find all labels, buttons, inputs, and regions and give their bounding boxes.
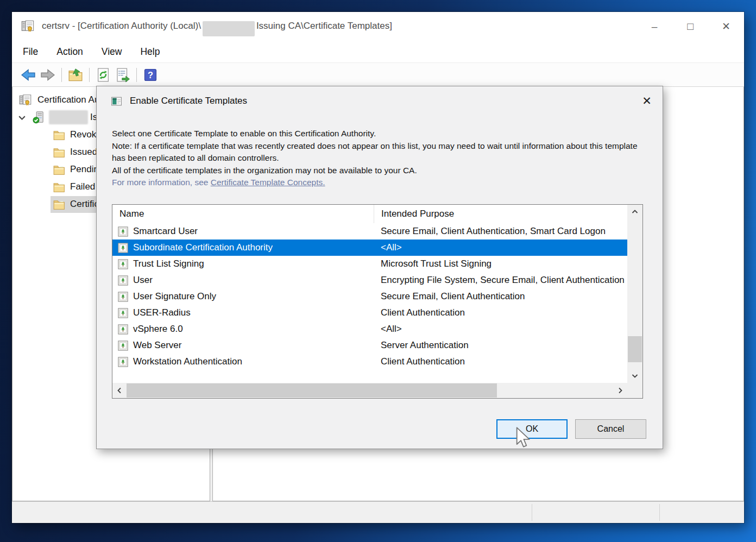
menu-view[interactable]: View [102,46,122,58]
list-item-user-signature-only[interactable]: User Signature Only Secure Email, Client… [112,288,627,305]
chevron-right-icon [616,387,624,394]
template-purpose: Encrypting File System, Secure Email, Cl… [374,275,627,286]
enable-certificate-templates-dialog: Enable Certificate Templates ✕ Select on… [96,86,663,449]
redacted-ca-name [49,110,88,124]
template-name: vSphere 6.0 [133,324,183,335]
certificate-template-icon [118,226,128,237]
scroll-left-button[interactable] [112,383,127,398]
certificate-template-icon [118,357,128,367]
column-header-intended-purpose[interactable]: Intended Purpose [374,205,627,223]
chevron-down-icon[interactable] [17,112,27,123]
chevron-up-icon [631,208,639,216]
certificate-template-concepts-link[interactable]: Certificate Template Concepts. [211,178,325,187]
folder-icon [52,198,66,211]
back-button[interactable] [18,65,38,85]
toolbar-separator [61,68,62,82]
list-item-smartcard-user[interactable]: Smartcard User Secure Email, Client Auth… [112,223,627,240]
redacted-ca-name [203,21,255,36]
scroll-down-button[interactable] [627,369,642,383]
close-icon: ✕ [722,20,730,33]
list-header: Name Intended Purpose [112,205,627,223]
list-item-user-radius[interactable]: USER-Radius Client Authentication [112,305,627,321]
ca-server-check-icon [32,110,46,124]
horizontal-scrollbar[interactable] [112,383,627,398]
maximize-button[interactable]: □ [672,12,708,41]
certificate-template-icon [118,259,128,269]
vertical-scrollbar[interactable] [627,205,642,383]
template-purpose: Client Authentication [374,356,627,367]
dialog-description: Select one Certificate Template to enabl… [112,128,648,189]
column-header-name[interactable]: Name [112,205,374,223]
menu-bar: File Action View Help [12,41,744,62]
toolbar-separator [89,68,90,82]
list-item-subordinate-certification-authority[interactable]: Subordinate Certification Authority <All… [112,240,627,256]
refresh-button[interactable] [93,65,113,85]
certsrv-app-icon [21,19,35,34]
certificate-template-icon [118,275,128,286]
maximize-icon: □ [687,21,693,33]
template-purpose: Secure Email, Client Authentication, Sma… [374,226,627,237]
window-controls: – □ ✕ [637,12,744,41]
refresh-icon [95,67,111,83]
scroll-up-button[interactable] [627,205,642,219]
console-tree-button[interactable] [66,65,85,85]
forward-button[interactable] [38,65,58,85]
list-item-workstation-authentication[interactable]: Workstation Authentication Client Authen… [112,354,627,370]
horizontal-scrollbar-thumb[interactable] [127,383,497,398]
folder-arrow-icon [67,67,84,83]
help-button[interactable]: ? [141,65,160,85]
menu-help[interactable]: Help [140,46,160,58]
template-name: USER-Radius [133,307,191,318]
template-purpose: <All> [374,242,627,253]
svg-text:?: ? [148,70,153,80]
certificate-template-icon [118,341,128,351]
close-button[interactable]: ✕ [708,12,744,41]
ok-button[interactable]: OK [496,419,568,439]
forward-icon [40,67,56,83]
minimize-icon: – [652,21,658,33]
vertical-scrollbar-thumb[interactable] [628,336,642,362]
certificate-template-icon [118,308,128,318]
certificate-template-list: Name Intended Purpose Smartcard User Sec… [112,204,643,399]
export-list-button[interactable] [113,65,133,85]
template-purpose: <All> [374,324,627,335]
back-icon [20,67,36,83]
close-icon: ✕ [642,94,652,108]
menu-file[interactable]: File [23,46,38,58]
toolbar-separator [136,68,137,82]
window-titlebar: certsrv - [Certification Authority (Loca… [12,12,744,41]
desktop-background: certsrv - [Certification Authority (Loca… [0,0,756,542]
status-bar [12,501,744,523]
folder-icon [52,180,66,194]
template-purpose: Microsoft Trust List Signing [374,259,627,269]
template-name: Trust List Signing [133,259,204,269]
list-item-user[interactable]: User Encrypting File System, Secure Emai… [112,272,627,288]
list-item-web-server[interactable]: Web Server Server Authentication [112,337,627,354]
statusbar-separator [532,504,532,521]
template-purpose: Server Authentication [374,340,627,351]
chevron-down-icon [631,372,639,380]
dialog-close-button[interactable]: ✕ [634,89,659,114]
window-title-suffix: Issuing CA\Certificate Templates] [256,21,392,31]
folder-icon [52,146,66,159]
certificate-templates-icon [111,96,122,107]
dialog-note-text: Note: If a certificate template that was… [112,140,648,165]
list-item-trust-list-signing[interactable]: Trust List Signing Microsoft Trust List … [112,256,627,272]
window-title-prefix: certsrv - [Certification Authority (Loca… [42,21,201,31]
template-name: Smartcard User [133,226,198,237]
cancel-button[interactable]: Cancel [575,419,646,439]
certification-authority-icon [18,93,33,107]
scrollbar-corner [627,383,642,398]
list-item-vsphere-6-0[interactable]: vSphere 6.0 <All> [112,321,627,337]
dialog-availability-text: All of the certificate templates in the … [112,165,648,177]
template-name: Subordinate Certification Authority [133,242,273,253]
scroll-right-button[interactable] [613,383,627,398]
certificate-template-icon [118,324,128,335]
minimize-button[interactable]: – [637,12,672,41]
statusbar-separator [659,504,660,521]
menu-action[interactable]: Action [56,46,83,58]
folder-icon [52,163,66,177]
template-name: User Signature Only [133,291,216,302]
template-name: Web Server [133,340,181,351]
help-icon: ? [143,67,158,83]
